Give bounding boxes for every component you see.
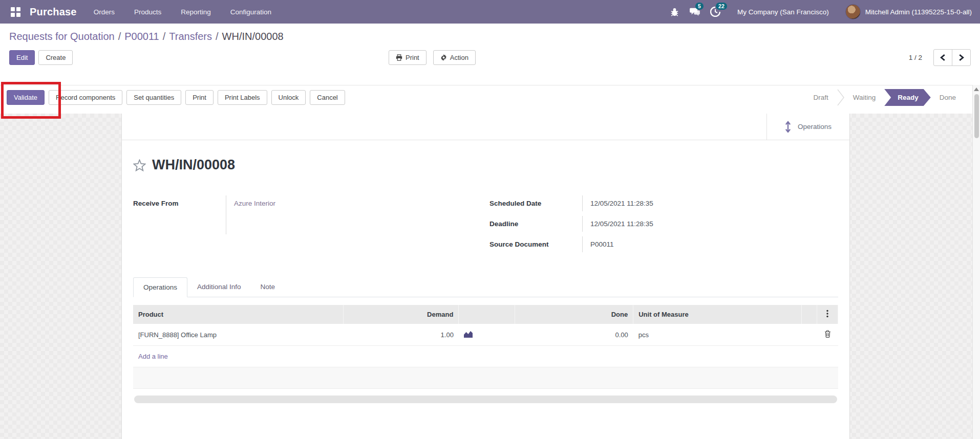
breadcrumb-current: WH/IN/00008 bbox=[222, 31, 284, 42]
area-chart-icon bbox=[464, 331, 473, 338]
delete-row-button[interactable] bbox=[817, 324, 838, 346]
record-title: WH/IN/00008 bbox=[152, 157, 235, 173]
systray: 5 22 My Company (San Francisco) Mitchell… bbox=[666, 0, 972, 24]
action-menu-button[interactable]: Action bbox=[433, 50, 476, 65]
scroll-up-arrow-icon[interactable] bbox=[974, 87, 979, 91]
scheduled-date-label: Scheduled Date bbox=[489, 195, 582, 211]
column-demand[interactable]: Demand bbox=[344, 305, 459, 324]
state-done[interactable]: Done bbox=[931, 89, 965, 106]
messages-badge: 5 bbox=[695, 3, 704, 10]
edit-button[interactable]: Edit bbox=[9, 50, 35, 65]
unlock-button[interactable]: Unlock bbox=[271, 90, 306, 105]
validate-button[interactable]: Validate bbox=[7, 90, 45, 105]
trash-icon bbox=[824, 330, 831, 338]
deadline-label: Deadline bbox=[489, 216, 582, 232]
forecast-report-button[interactable] bbox=[459, 324, 515, 346]
receive-from-label: Receive From bbox=[133, 195, 226, 234]
tab-additional-info[interactable]: Additional Info bbox=[187, 277, 251, 297]
operations-table: Product Demand Done Unit of Measure bbox=[133, 305, 838, 346]
source-document-value: P00011 bbox=[582, 236, 838, 252]
apps-grid-icon bbox=[11, 7, 20, 17]
breadcrumb-rfq[interactable]: Requests for Quotation bbox=[9, 31, 115, 42]
user-avatar bbox=[845, 4, 861, 19]
sheet-topbar: Operations bbox=[122, 114, 849, 140]
page: Purchase Orders Products Reporting Confi… bbox=[0, 0, 980, 439]
column-blank bbox=[802, 305, 817, 324]
vertical-arrows-icon bbox=[785, 121, 791, 133]
scheduled-date-value: 12/05/2021 11:28:35 bbox=[582, 195, 838, 211]
breadcrumb-transfers[interactable]: Transfers bbox=[169, 31, 212, 42]
form-sheet: Operations WH/IN/00008 Receive From Azur… bbox=[121, 114, 850, 439]
column-forecast bbox=[459, 305, 515, 324]
optional-columns-button[interactable] bbox=[817, 305, 838, 324]
record-components-button[interactable]: Record components bbox=[49, 90, 122, 105]
company-switcher[interactable]: My Company (San Francisco) bbox=[737, 8, 829, 16]
receive-from-value[interactable]: Azure Interior bbox=[226, 195, 489, 234]
table-header-row: Product Demand Done Unit of Measure bbox=[133, 305, 838, 324]
menu-reporting[interactable]: Reporting bbox=[171, 0, 221, 24]
operations-stat-label: Operations bbox=[798, 123, 832, 130]
field-groups: Receive From Azure Interior Scheduled Da… bbox=[122, 173, 849, 257]
cell-product[interactable]: [FURN_8888] Office Lamp bbox=[133, 324, 344, 346]
deadline-value: 12/05/2021 11:28:35 bbox=[582, 216, 838, 232]
empty-table-row bbox=[133, 367, 838, 389]
print-button[interactable]: Print bbox=[185, 90, 214, 105]
breadcrumb-p00011[interactable]: P00011 bbox=[124, 31, 159, 42]
add-a-line-link[interactable]: Add a line bbox=[133, 346, 838, 367]
cell-blank bbox=[802, 324, 817, 346]
chevron-right-icon bbox=[958, 54, 964, 61]
cell-uom[interactable]: pcs bbox=[633, 324, 802, 346]
menu-orders[interactable]: Orders bbox=[84, 0, 124, 24]
state-waiting[interactable]: Waiting bbox=[844, 89, 885, 106]
breadcrumb: Requests for Quotation/P00011/Transfers/… bbox=[9, 31, 971, 42]
column-product[interactable]: Product bbox=[133, 305, 344, 324]
statusbar: Validate Record components Set quantitie… bbox=[0, 85, 980, 114]
chevron-separator-icon bbox=[837, 89, 844, 106]
printer-icon bbox=[396, 54, 402, 61]
table-row[interactable]: [FURN_8888] Office Lamp 1.00 0.00 pcs bbox=[133, 324, 838, 346]
bug-icon bbox=[670, 7, 679, 17]
favorite-star-icon[interactable] bbox=[133, 159, 146, 171]
pager-counter: 1 / 2 bbox=[909, 54, 922, 61]
control-panel-buttons: Edit Create Print Action bbox=[9, 49, 971, 66]
vertical-scrollbar[interactable] bbox=[972, 85, 980, 439]
scrollbar-thumb[interactable] bbox=[974, 94, 979, 138]
table-horizontal-scrollbar[interactable] bbox=[134, 396, 837, 403]
tab-operations[interactable]: Operations bbox=[133, 277, 187, 297]
menu-configuration[interactable]: Configuration bbox=[221, 0, 281, 24]
cell-demand[interactable]: 1.00 bbox=[344, 324, 459, 346]
kebab-icon bbox=[826, 310, 828, 318]
pager-previous-button[interactable] bbox=[933, 49, 952, 66]
tab-note[interactable]: Note bbox=[251, 277, 285, 297]
create-button[interactable]: Create bbox=[38, 50, 73, 65]
activities-badge: 22 bbox=[716, 3, 727, 10]
user-menu[interactable]: Mitchell Admin (11395225-15-0-all) bbox=[845, 4, 972, 19]
pager-next-button[interactable] bbox=[952, 49, 971, 66]
debug-bug-icon[interactable] bbox=[666, 0, 683, 24]
source-document-label: Source Document bbox=[489, 236, 582, 252]
app-title[interactable]: Purchase bbox=[30, 6, 77, 18]
messages-button[interactable]: 5 bbox=[686, 0, 704, 24]
state-ready[interactable]: Ready bbox=[884, 89, 931, 106]
activities-button[interactable]: 22 bbox=[707, 0, 724, 24]
column-done[interactable]: Done bbox=[515, 305, 633, 324]
control-panel: Requests for Quotation/P00011/Transfers/… bbox=[0, 24, 980, 85]
apps-menu-button[interactable] bbox=[5, 0, 26, 24]
menu-products[interactable]: Products bbox=[124, 0, 171, 24]
status-pipeline: Draft Waiting Ready Done bbox=[804, 89, 965, 106]
set-quantities-button[interactable]: Set quantities bbox=[126, 90, 181, 105]
user-name: Mitchell Admin (11395225-15-0-all) bbox=[865, 8, 972, 16]
top-navbar: Purchase Orders Products Reporting Confi… bbox=[0, 0, 980, 24]
operations-stat-button[interactable]: Operations bbox=[766, 114, 849, 140]
print-labels-button[interactable]: Print Labels bbox=[218, 90, 267, 105]
cancel-button[interactable]: Cancel bbox=[310, 90, 345, 105]
cell-done[interactable]: 0.00 bbox=[515, 324, 633, 346]
state-draft[interactable]: Draft bbox=[804, 89, 837, 106]
chevron-left-icon bbox=[940, 54, 946, 61]
gear-icon bbox=[440, 54, 447, 61]
form-view-background: Operations WH/IN/00008 Receive From Azur… bbox=[0, 114, 980, 439]
notebook: Operations Additional Info Note Product … bbox=[122, 277, 849, 403]
column-uom[interactable]: Unit of Measure bbox=[633, 305, 802, 324]
print-menu-button[interactable]: Print bbox=[389, 50, 427, 65]
